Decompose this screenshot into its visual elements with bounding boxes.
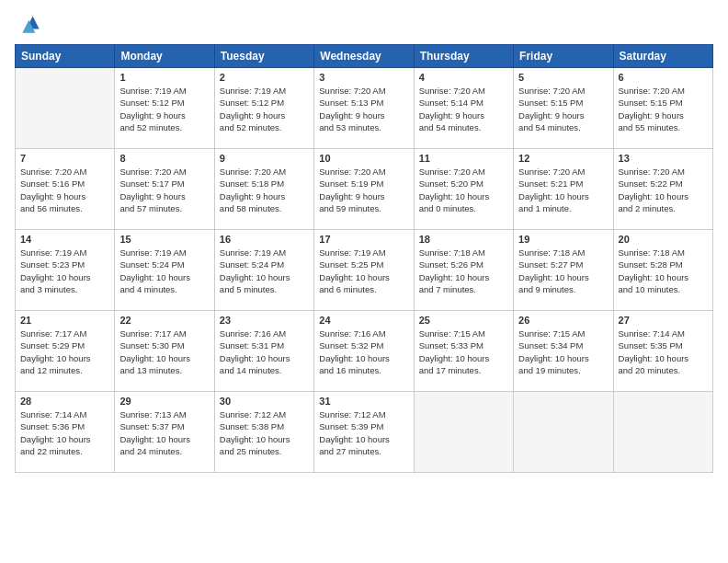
day-info: Sunrise: 7:15 AMSunset: 5:33 PMDaylight:…	[419, 327, 508, 376]
day-header-friday: Friday	[514, 45, 613, 68]
day-header-monday: Monday	[115, 45, 214, 68]
week-row-1: 1Sunrise: 7:19 AMSunset: 5:12 PMDaylight…	[16, 68, 713, 149]
day-info: Sunrise: 7:20 AMSunset: 5:20 PMDaylight:…	[419, 166, 508, 214]
day-number: 18	[419, 234, 508, 245]
day-info: Sunrise: 7:20 AMSunset: 5:13 PMDaylight:…	[319, 85, 408, 133]
calendar-cell: 24Sunrise: 7:16 AMSunset: 5:32 PMDayligh…	[314, 311, 414, 392]
calendar-cell: 30Sunrise: 7:12 AMSunset: 5:38 PMDayligh…	[214, 392, 313, 473]
calendar-cell: 28Sunrise: 7:14 AMSunset: 5:36 PMDayligh…	[16, 392, 115, 473]
calendar-cell: 27Sunrise: 7:14 AMSunset: 5:35 PMDayligh…	[613, 311, 712, 392]
day-header-sunday: Sunday	[16, 45, 115, 68]
calendar-cell: 1Sunrise: 7:19 AMSunset: 5:12 PMDaylight…	[115, 68, 214, 149]
day-info: Sunrise: 7:20 AMSunset: 5:15 PMDaylight:…	[619, 85, 708, 133]
day-info: Sunrise: 7:20 AMSunset: 5:18 PMDaylight:…	[220, 166, 309, 214]
day-info: Sunrise: 7:14 AMSunset: 5:36 PMDaylight:…	[20, 408, 109, 457]
calendar-cell: 8Sunrise: 7:20 AMSunset: 5:17 PMDaylight…	[115, 149, 214, 230]
day-number: 21	[20, 315, 109, 326]
calendar-cell: 3Sunrise: 7:20 AMSunset: 5:13 PMDaylight…	[314, 68, 414, 149]
day-info: Sunrise: 7:19 AMSunset: 5:24 PMDaylight:…	[220, 247, 309, 295]
day-number: 5	[518, 72, 608, 83]
header	[15, 11, 713, 37]
day-info: Sunrise: 7:20 AMSunset: 5:15 PMDaylight:…	[518, 85, 608, 133]
day-info: Sunrise: 7:20 AMSunset: 5:17 PMDaylight:…	[119, 166, 209, 214]
calendar-cell: 5Sunrise: 7:20 AMSunset: 5:15 PMDaylight…	[514, 68, 613, 149]
day-number: 22	[119, 315, 209, 326]
day-number: 25	[419, 315, 508, 326]
day-info: Sunrise: 7:20 AMSunset: 5:14 PMDaylight:…	[419, 85, 508, 133]
day-number: 3	[319, 72, 408, 83]
calendar-cell: 14Sunrise: 7:19 AMSunset: 5:23 PMDayligh…	[16, 230, 115, 311]
day-info: Sunrise: 7:19 AMSunset: 5:23 PMDaylight:…	[20, 247, 109, 295]
day-number: 24	[319, 315, 408, 326]
day-header-thursday: Thursday	[414, 45, 513, 68]
day-number: 26	[518, 315, 608, 326]
calendar-cell	[414, 392, 513, 473]
day-info: Sunrise: 7:19 AMSunset: 5:12 PMDaylight:…	[220, 85, 309, 133]
week-row-2: 7Sunrise: 7:20 AMSunset: 5:16 PMDaylight…	[16, 149, 713, 230]
calendar-cell	[613, 392, 712, 473]
day-info: Sunrise: 7:19 AMSunset: 5:12 PMDaylight:…	[119, 85, 209, 133]
day-info: Sunrise: 7:12 AMSunset: 5:39 PMDaylight:…	[319, 408, 408, 457]
calendar-cell: 6Sunrise: 7:20 AMSunset: 5:15 PMDaylight…	[613, 68, 712, 149]
day-info: Sunrise: 7:20 AMSunset: 5:19 PMDaylight:…	[319, 166, 408, 214]
day-number: 23	[220, 315, 309, 326]
day-number: 16	[220, 234, 309, 245]
calendar-cell	[514, 392, 613, 473]
day-info: Sunrise: 7:20 AMSunset: 5:22 PMDaylight:…	[619, 166, 708, 214]
day-number: 13	[619, 153, 708, 164]
calendar-cell: 9Sunrise: 7:20 AMSunset: 5:18 PMDaylight…	[214, 149, 313, 230]
calendar-cell: 25Sunrise: 7:15 AMSunset: 5:33 PMDayligh…	[414, 311, 513, 392]
week-row-5: 28Sunrise: 7:14 AMSunset: 5:36 PMDayligh…	[16, 392, 713, 473]
day-number: 17	[319, 234, 408, 245]
calendar-cell: 31Sunrise: 7:12 AMSunset: 5:39 PMDayligh…	[314, 392, 414, 473]
day-number: 9	[220, 153, 309, 164]
day-info: Sunrise: 7:13 AMSunset: 5:37 PMDaylight:…	[119, 408, 209, 457]
day-number: 20	[619, 234, 708, 245]
day-header-tuesday: Tuesday	[214, 45, 313, 68]
day-number: 2	[220, 72, 309, 83]
day-number: 1	[119, 72, 209, 83]
day-info: Sunrise: 7:19 AMSunset: 5:24 PMDaylight:…	[119, 247, 209, 295]
day-number: 4	[419, 72, 508, 83]
calendar-cell: 2Sunrise: 7:19 AMSunset: 5:12 PMDaylight…	[214, 68, 313, 149]
day-info: Sunrise: 7:18 AMSunset: 5:26 PMDaylight:…	[419, 247, 508, 295]
logo	[15, 11, 44, 37]
page: SundayMondayTuesdayWednesdayThursdayFrid…	[0, 0, 728, 563]
day-info: Sunrise: 7:17 AMSunset: 5:30 PMDaylight:…	[119, 327, 209, 376]
day-number: 27	[619, 315, 708, 326]
day-info: Sunrise: 7:19 AMSunset: 5:25 PMDaylight:…	[319, 247, 408, 295]
day-header-wednesday: Wednesday	[314, 45, 414, 68]
day-info: Sunrise: 7:20 AMSunset: 5:16 PMDaylight:…	[20, 166, 109, 214]
day-info: Sunrise: 7:15 AMSunset: 5:34 PMDaylight:…	[518, 327, 608, 376]
calendar-cell: 18Sunrise: 7:18 AMSunset: 5:26 PMDayligh…	[414, 230, 513, 311]
day-number: 8	[119, 153, 209, 164]
day-number: 11	[419, 153, 508, 164]
day-info: Sunrise: 7:18 AMSunset: 5:28 PMDaylight:…	[619, 247, 708, 295]
day-number: 12	[518, 153, 608, 164]
day-info: Sunrise: 7:14 AMSunset: 5:35 PMDaylight:…	[619, 327, 708, 376]
calendar-cell: 17Sunrise: 7:19 AMSunset: 5:25 PMDayligh…	[314, 230, 414, 311]
day-info: Sunrise: 7:18 AMSunset: 5:27 PMDaylight:…	[518, 247, 608, 295]
week-row-4: 21Sunrise: 7:17 AMSunset: 5:29 PMDayligh…	[16, 311, 713, 392]
calendar-cell: 11Sunrise: 7:20 AMSunset: 5:20 PMDayligh…	[414, 149, 513, 230]
day-info: Sunrise: 7:16 AMSunset: 5:32 PMDaylight:…	[319, 327, 408, 376]
calendar-cell: 20Sunrise: 7:18 AMSunset: 5:28 PMDayligh…	[613, 230, 712, 311]
day-number: 29	[119, 396, 209, 407]
day-number: 7	[20, 153, 109, 164]
calendar-cell: 13Sunrise: 7:20 AMSunset: 5:22 PMDayligh…	[613, 149, 712, 230]
calendar-cell: 4Sunrise: 7:20 AMSunset: 5:14 PMDaylight…	[414, 68, 513, 149]
day-number: 31	[319, 396, 408, 407]
calendar-cell: 22Sunrise: 7:17 AMSunset: 5:30 PMDayligh…	[115, 311, 214, 392]
day-info: Sunrise: 7:20 AMSunset: 5:21 PMDaylight:…	[518, 166, 608, 214]
day-number: 6	[619, 72, 708, 83]
day-number: 30	[220, 396, 309, 407]
day-number: 10	[319, 153, 408, 164]
calendar-cell: 26Sunrise: 7:15 AMSunset: 5:34 PMDayligh…	[514, 311, 613, 392]
calendar-cell: 12Sunrise: 7:20 AMSunset: 5:21 PMDayligh…	[514, 149, 613, 230]
day-number: 28	[20, 396, 109, 407]
calendar-cell	[16, 68, 115, 149]
day-info: Sunrise: 7:17 AMSunset: 5:29 PMDaylight:…	[20, 327, 109, 376]
calendar-cell: 16Sunrise: 7:19 AMSunset: 5:24 PMDayligh…	[214, 230, 313, 311]
calendar-cell: 19Sunrise: 7:18 AMSunset: 5:27 PMDayligh…	[514, 230, 613, 311]
calendar-cell: 7Sunrise: 7:20 AMSunset: 5:16 PMDaylight…	[16, 149, 115, 230]
